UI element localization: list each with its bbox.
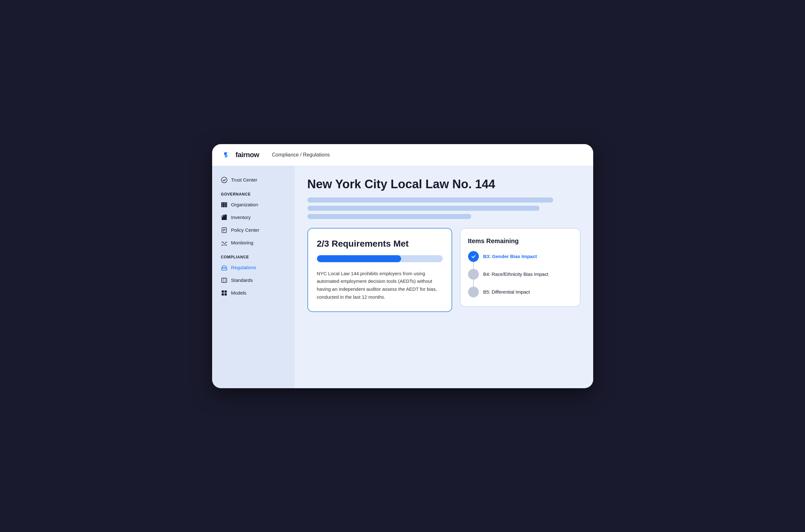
skeleton-line-2 [307,206,540,211]
page-title: New York City Local Law No. 144 [307,177,580,191]
sidebar-label-regulations: Regulations [231,265,256,270]
skeleton-line-1 [307,197,553,203]
sidebar-item-monitoring[interactable]: Monitoring [212,236,295,249]
sidebar: Trust Center GOVERNANCE Organization [212,166,295,388]
top-bar: fairnow Compliance / Regulations [212,144,593,166]
sidebar-label-monitoring: Monitoring [231,240,254,245]
requirements-description: NYC Local Law 144 prohibits employers fr… [317,270,443,301]
breadcrumb: Compliance / Regulations [272,152,330,158]
sidebar-label-standards: Standards [231,278,253,283]
sidebar-item-models[interactable]: Models [212,287,295,299]
standards-icon [221,277,227,283]
item-label-3: B5: Differential Impact [483,289,530,294]
progress-bar-container [317,255,443,262]
items-list: B3: Gender Bias Impact B4: Race/Ethnicit… [468,251,572,298]
sidebar-item-trust-center[interactable]: Trust Center [212,174,295,186]
sidebar-item-organization[interactable]: Organization [212,198,295,211]
skeleton-lines [307,197,580,219]
monitoring-icon [221,240,227,246]
items-connector [473,262,474,287]
main-layout: Trust Center GOVERNANCE Organization [212,166,593,388]
item-circle-3 [468,287,479,298]
item-circle-1 [468,251,479,262]
item-row-2[interactable]: B4: Race/Ethnicity Bias Impact [468,269,572,280]
item-row-3[interactable]: B5: Differential Impact [468,287,572,298]
svg-point-0 [221,177,227,183]
governance-section-label: GOVERNANCE [212,186,295,198]
progress-bar-fill [317,255,401,262]
requirements-card: 2/3 Requirements Met NYC Local Law 144 p… [307,228,452,312]
logo-area: fairnow [222,150,259,160]
cards-row: 2/3 Requirements Met NYC Local Law 144 p… [307,228,580,312]
sidebar-item-inventory[interactable]: Inventory [212,211,295,224]
svg-rect-1 [221,202,223,207]
svg-rect-2 [223,202,224,207]
sidebar-label-models: Models [231,290,246,296]
svg-rect-3 [225,202,226,207]
svg-rect-28 [225,293,227,296]
sidebar-item-standards[interactable]: Standards [212,274,295,287]
svg-rect-25 [222,290,224,293]
skeleton-line-3 [307,214,471,219]
item-row-1[interactable]: B3: Gender Bias Impact [468,251,572,262]
sidebar-item-regulations[interactable]: Regulations [212,261,295,274]
sidebar-label-trust-center: Trust Center [231,177,258,183]
sidebar-label-organization: Organization [231,202,258,207]
trust-center-icon [221,177,227,183]
sidebar-label-policy-center: Policy Center [231,227,259,233]
logo-text: fairnow [236,151,259,159]
requirements-title: 2/3 Requirements Met [317,239,443,249]
svg-rect-20 [222,268,227,270]
items-remaining-card: Items Remaining B3: Gender Bias Impact [460,228,580,307]
logo-icon [222,150,232,160]
inventory-icon [221,214,227,221]
svg-rect-26 [225,290,227,293]
sidebar-item-policy-center[interactable]: Policy Center [212,224,295,236]
item-label-2: B4: Race/Ethnicity Bias Impact [483,271,548,277]
regulations-icon [221,264,227,271]
svg-rect-27 [222,293,224,296]
svg-rect-4 [226,202,227,207]
sidebar-label-inventory: Inventory [231,214,251,220]
compliance-section-label: COMPLIANCE [212,249,295,261]
svg-rect-22 [222,278,227,283]
models-icon [221,290,227,296]
browser-frame: fairnow Compliance / Regulations Trust C… [212,144,593,388]
items-title: Items Remaining [468,238,572,245]
content-area: New York City Local Law No. 144 2/3 Requ… [295,166,593,388]
organization-icon [221,202,227,208]
policy-icon [221,227,227,233]
item-label-1: B3: Gender Bias Impact [483,254,537,259]
